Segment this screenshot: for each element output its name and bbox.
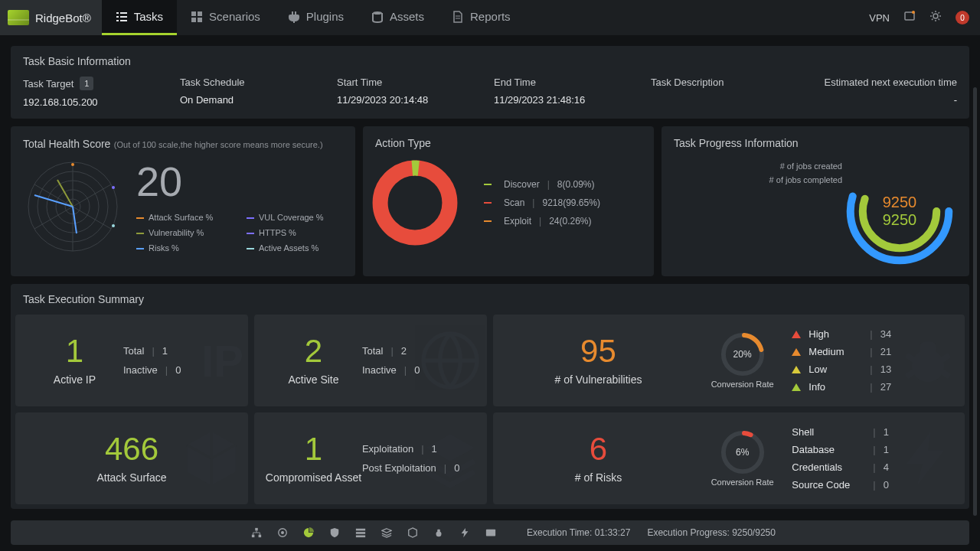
tab-reports[interactable]: Reports xyxy=(438,0,524,35)
svg-rect-39 xyxy=(259,535,262,538)
vuln-conv-label: Conversion Rate xyxy=(711,380,774,390)
svg-rect-4 xyxy=(116,20,119,21)
svg-point-10 xyxy=(373,11,382,15)
bottom-bar: Execution Time: 01:33:27 Execution Progr… xyxy=(11,520,969,545)
radar-chart xyxy=(23,157,122,256)
legend-scan: Scan|9218(99.65%) xyxy=(484,197,600,208)
svg-point-13 xyxy=(933,14,938,18)
legend-active-assets: Active Assets % xyxy=(247,243,343,253)
page-body: Task Basic Information Task Target1 192.… xyxy=(0,35,980,551)
tab-tasks[interactable]: Tasks xyxy=(102,0,177,35)
tab-label: Tasks xyxy=(134,10,163,23)
nav-tabs: Tasks Scenarios Plugins Assets Reports xyxy=(102,0,524,35)
box-icon[interactable] xyxy=(407,527,418,538)
screenshot-icon[interactable] xyxy=(485,527,496,538)
risk-shell: Shell|1 xyxy=(792,426,954,438)
svg-rect-42 xyxy=(356,529,365,531)
svg-rect-3 xyxy=(120,16,127,18)
legend-attack-surface: Attack Surface % xyxy=(136,213,233,222)
target-count-badge: 1 xyxy=(80,77,93,90)
target-label: Task Target1 xyxy=(23,77,172,90)
database-icon xyxy=(371,11,384,23)
tile-vulnerabilities[interactable]: 95# of Vulnerabilities 20% Conversion Ra… xyxy=(493,315,965,406)
svg-point-41 xyxy=(282,532,284,534)
legend-vul-coverage: VUL Coverage % xyxy=(247,213,343,222)
end-value: 11/29/2023 21:48:16 xyxy=(494,94,643,106)
bug-icon[interactable] xyxy=(433,527,444,538)
health-title: Total Health Score xyxy=(23,138,110,150)
jobs-completed-value: 9250 xyxy=(883,211,917,229)
tab-label: Reports xyxy=(470,10,511,23)
tile-attack-surface[interactable]: 466Attack Surface xyxy=(15,412,248,504)
notification-icon[interactable] xyxy=(903,10,916,25)
svg-rect-1 xyxy=(120,12,127,14)
tile-risks[interactable]: 6# of Risks 6% Conversion Rate Shell|1 D… xyxy=(493,412,965,504)
task-basic-info: Task Basic Information Task Target1 192.… xyxy=(11,46,969,119)
svg-rect-9 xyxy=(198,18,202,22)
svg-point-45 xyxy=(436,531,442,536)
exec-summary: Task Execution Summary 1Active IP Total|… xyxy=(11,284,969,509)
exec-progress: Execution Progress: 9250/9250 xyxy=(647,527,775,538)
grid-icon xyxy=(191,11,203,23)
svg-rect-47 xyxy=(486,530,495,536)
desc-label: Task Description xyxy=(651,77,800,88)
bottom-icons xyxy=(251,527,496,538)
tile-compromised[interactable]: 1Compromised Asset Exploitation|1 Post E… xyxy=(254,412,487,504)
risks-count: 6 xyxy=(590,433,607,465)
gear-icon[interactable] xyxy=(929,10,942,25)
risks-conv-label: Conversion Rate xyxy=(711,478,774,487)
scrollbar[interactable] xyxy=(973,87,977,516)
compromised-count: 1 xyxy=(305,433,322,465)
brand-logo-icon xyxy=(8,10,29,25)
sev-info: Info|27 xyxy=(792,381,954,393)
basic-title: Task Basic Information xyxy=(23,55,957,67)
sev-medium: Medium|21 xyxy=(792,346,954,357)
tab-label: Assets xyxy=(390,10,424,23)
svg-rect-37 xyxy=(255,528,258,531)
tab-label: Scenarios xyxy=(209,10,260,23)
vpn-indicator[interactable]: VPN xyxy=(869,12,890,24)
attack-surface-count: 466 xyxy=(105,433,158,465)
tab-label: Plugins xyxy=(306,10,344,23)
stack-icon[interactable] xyxy=(381,527,392,538)
eta-value: - xyxy=(808,94,957,106)
document-icon xyxy=(452,11,464,23)
svg-point-22 xyxy=(71,163,74,166)
legend-risks: Risks % xyxy=(136,243,233,253)
sev-high: High|34 xyxy=(792,328,954,340)
table-icon[interactable] xyxy=(355,527,366,538)
risks-label: # of Risks xyxy=(575,471,622,484)
active-site-count: 2 xyxy=(305,335,322,367)
target-value: 192.168.105.200 xyxy=(23,96,172,108)
svg-rect-7 xyxy=(198,11,202,16)
legend-vulnerability: Vulnerability % xyxy=(136,228,233,237)
svg-rect-2 xyxy=(116,16,119,18)
topology-icon[interactable] xyxy=(251,527,262,538)
vuln-count: 95 xyxy=(580,335,616,367)
tab-plugins[interactable]: Plugins xyxy=(274,0,358,35)
progress-title: Task Progress Information xyxy=(674,137,957,149)
tab-assets[interactable]: Assets xyxy=(358,0,438,35)
vuln-label: # of Vulnerabilities xyxy=(555,373,642,386)
schedule-label: Task Schedule xyxy=(180,77,329,88)
svg-rect-43 xyxy=(356,532,365,534)
active-site-label: Active Site xyxy=(288,373,338,386)
risk-db: Database|1 xyxy=(792,444,954,455)
tile-active-ip[interactable]: 1Active IP Total|1 Inactive|0 IP xyxy=(15,315,248,406)
top-nav: RidgeBot® Tasks Scenarios Plugins Assets… xyxy=(0,0,980,35)
shield-icon[interactable] xyxy=(329,527,340,538)
avatar[interactable]: 0 xyxy=(956,11,969,24)
svg-rect-46 xyxy=(437,530,440,533)
health-score: 20 xyxy=(136,161,343,202)
exec-title: Task Execution Summary xyxy=(15,293,965,305)
bolt-icon[interactable] xyxy=(459,527,470,538)
pie-icon[interactable] xyxy=(303,527,314,538)
vuln-conversion-ring: 20% xyxy=(719,331,766,378)
progress-panel: Task Progress Information # of jobs crea… xyxy=(662,126,969,276)
brand-name: RidgeBot® xyxy=(35,11,91,24)
brand[interactable]: RidgeBot® xyxy=(0,0,102,35)
tab-scenarios[interactable]: Scenarios xyxy=(177,0,274,35)
schedule-value: On Demand xyxy=(180,94,329,106)
target-icon[interactable] xyxy=(277,527,288,538)
tile-active-site[interactable]: 2Active Site Total|2 Inactive|0 xyxy=(254,315,487,406)
